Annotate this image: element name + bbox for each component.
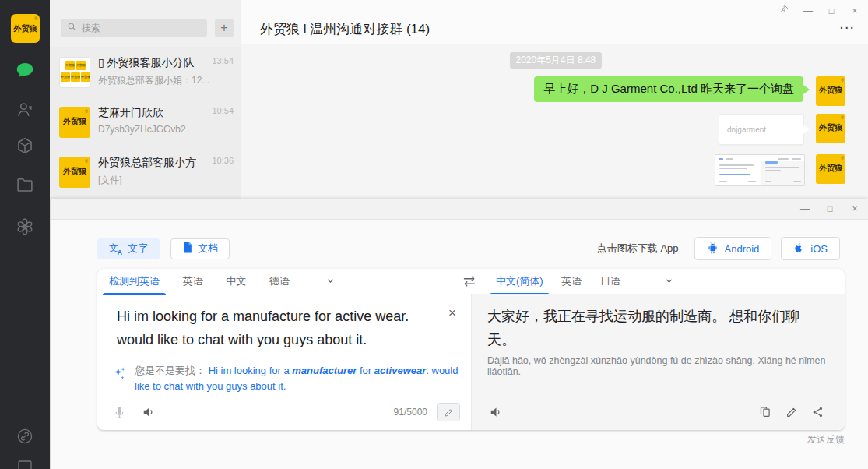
translator-window: — □ × 文A 文字 文档 点击图标下载 App Android: [50, 199, 868, 469]
link-circle-icon: [16, 427, 34, 446]
pin-icon[interactable]: [778, 4, 792, 18]
handwriting-icon[interactable]: [437, 403, 460, 421]
suggestion-text: 您是不是要找： Hi im looking for a manufacturer…: [135, 363, 459, 394]
char-count: 91/5000: [394, 407, 427, 418]
clear-text-button[interactable]: ×: [443, 304, 462, 323]
ios-label: iOS: [810, 243, 828, 255]
translate-icon: 文A: [109, 243, 122, 255]
tab-chinese-simplified[interactable]: 中文(简体): [496, 269, 543, 294]
sender-avatar[interactable]: 外贸狼 ®: [816, 154, 845, 184]
sidebar-item-contacts[interactable]: [0, 100, 50, 120]
translator-toolbar: 文A 文字 文档 点击图标下载 App Android iOS: [97, 237, 840, 260]
link-card-message[interactable]: dnjgarment: [719, 114, 804, 145]
suggestion-label: 您是不是要找：: [135, 365, 206, 376]
avatar-text: 外贸狼: [816, 85, 845, 96]
sender-avatar[interactable]: 外贸狼 ®: [816, 76, 845, 106]
message-row: dnjgarment 外贸狼 ®: [719, 114, 845, 145]
source-footer: 91/5000: [113, 402, 460, 422]
message-row: 早上好，D J Garment Co.,Ltd 昨天来了一个询盘 外贸狼 ®: [534, 76, 845, 106]
tab-german[interactable]: 德语: [269, 269, 290, 294]
suggestion-row: 您是不是要找： Hi im looking for a manufacturer…: [113, 363, 459, 394]
download-hint: 点击图标下载 App: [597, 242, 679, 256]
minimize-button[interactable]: —: [798, 202, 812, 216]
document-mode-button[interactable]: 文档: [170, 238, 230, 259]
chat-list-item[interactable]: 外贸狼 ® 芝麻开门欣欣 D7ysb3yZHcJGGvb2 10:54: [50, 98, 241, 148]
chevron-down-icon[interactable]: [664, 276, 674, 288]
registered-mark: ®: [85, 159, 88, 164]
chat-list-item-group[interactable]: 外贸狼 外贸狼 外贸狼 外贸狼 外贸狼 ▯ 外贸狼客服小分队 外贸狼总部客服小娟…: [50, 48, 241, 98]
group-avatar-tile: 外贸狼: [61, 72, 70, 82]
chat-bubble-icon: [14, 59, 36, 81]
chat-title: ▯ 外贸狼客服小分队: [98, 56, 207, 70]
source-text-input[interactable]: Hi im looking for a manufacture for acti…: [117, 305, 434, 351]
tab-chinese[interactable]: 中文: [226, 269, 246, 294]
image-message-thumbnail[interactable]: [715, 154, 805, 186]
maximize-button[interactable]: □: [823, 202, 837, 216]
chat-title: 外贸狼总部客服小方: [98, 156, 207, 170]
sidebar-item-files[interactable]: [0, 175, 50, 195]
edit-icon[interactable]: [785, 405, 798, 419]
chevron-down-icon[interactable]: [325, 276, 336, 288]
android-download-button[interactable]: Android: [694, 237, 772, 260]
sidebar-item-devices[interactable]: [0, 460, 50, 469]
app-logo[interactable]: 外贸狼 ®: [11, 14, 40, 43]
ios-download-button[interactable]: iOS: [781, 237, 840, 260]
group-avatar: 外贸狼 外贸狼 外贸狼 外贸狼 外贸狼: [59, 57, 90, 88]
search-input[interactable]: 搜索: [61, 19, 207, 37]
target-panel: 大家好，我正在寻找运动服的制造商。 想和你们聊天。 Dàjiā hǎo, wǒ …: [471, 294, 845, 430]
app-logo-text: 外贸狼: [14, 23, 37, 34]
speaker-icon[interactable]: [142, 405, 156, 419]
contact-avatar: 外贸狼 ®: [59, 157, 90, 188]
folder-icon: [15, 175, 35, 195]
apple-icon: [793, 242, 804, 256]
close-button[interactable]: ×: [848, 202, 862, 216]
add-chat-button[interactable]: +: [215, 19, 234, 37]
avatar-text: 外贸狼: [816, 163, 845, 174]
registered-mark: ®: [841, 115, 844, 120]
contact-avatar: 外贸狼 ®: [59, 107, 90, 138]
document-mode-label: 文档: [198, 242, 218, 256]
tab-detected-language[interactable]: 检测到英语: [109, 269, 160, 294]
search-icon: [67, 22, 77, 34]
group-avatar-tile: 外贸狼: [71, 72, 80, 82]
target-language-tabs: 中文(简体) 英语 日语: [496, 269, 674, 294]
search-placeholder: 搜索: [82, 22, 100, 35]
avatar-text: 外贸狼: [816, 122, 845, 133]
tab-japanese[interactable]: 日语: [600, 269, 620, 294]
sender-avatar[interactable]: 外贸狼 ®: [816, 114, 845, 143]
chat-last-message: 外贸狼总部客服小娟：12...: [98, 74, 232, 87]
translate-panels: Hi im looking for a manufacture for acti…: [97, 294, 845, 430]
chat-title: 芝麻开门欣欣: [98, 106, 207, 120]
tab-english[interactable]: 英语: [561, 269, 582, 294]
sidebar-item-products[interactable]: [0, 136, 50, 156]
message-row: 外贸狼 ®: [715, 154, 845, 186]
minimize-button[interactable]: —: [801, 4, 815, 18]
maximize-button[interactable]: □: [824, 4, 838, 18]
sidebar-item-apps[interactable]: [0, 217, 50, 237]
registered-mark: ®: [841, 156, 844, 160]
swap-languages-icon[interactable]: [462, 274, 477, 291]
date-chip: 2020年5月4日 8:48: [510, 52, 603, 69]
text-mode-label: 文字: [128, 242, 148, 256]
speaker-icon[interactable]: [489, 405, 504, 419]
monitor-icon: [16, 460, 34, 469]
sidebar-item-chats[interactable]: [0, 59, 50, 81]
send-feedback-link[interactable]: 发送反馈: [807, 433, 845, 446]
chat-time: 10:36: [212, 156, 234, 165]
tab-english[interactable]: 英语: [183, 269, 203, 294]
chat-list-item[interactable]: 外贸狼 ® 外贸狼总部客服小方 [文件] 10:36: [50, 148, 241, 198]
chat-more-button[interactable]: ···: [840, 22, 856, 34]
sidebar-item-link[interactable]: [0, 427, 50, 446]
text-mode-button[interactable]: 文A 文字: [97, 238, 160, 259]
chat-time: 10:54: [212, 106, 234, 115]
copy-icon[interactable]: [759, 405, 772, 419]
registered-mark: ®: [841, 78, 844, 83]
share-icon[interactable]: [811, 405, 824, 419]
pinyin-text: Dàjiā hǎo, wǒ zhèngzài xúnzhǎo yùndòng f…: [487, 355, 826, 377]
android-label: Android: [725, 243, 760, 255]
microphone-icon[interactable]: [113, 404, 126, 420]
translate-card: 检测到英语 英语 中文 德语 中文(简体) 英语 日语: [97, 269, 845, 430]
registered-mark: ®: [85, 109, 88, 114]
chat-last-message: [文件]: [98, 174, 232, 187]
close-button[interactable]: ×: [848, 4, 862, 18]
